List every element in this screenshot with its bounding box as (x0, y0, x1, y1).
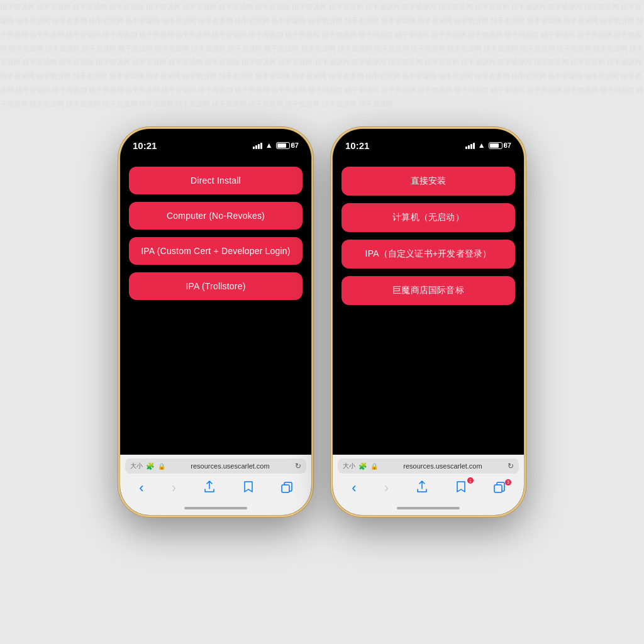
share-button-right[interactable] (411, 479, 433, 497)
nav-bar-right: ‹ › 1 (338, 477, 519, 499)
signal-icon-left (253, 142, 262, 149)
direct-install-button[interactable]: Direct Install (129, 167, 303, 194)
nav-bar-left: ‹ › (125, 477, 306, 499)
size-label-right: 大小 (343, 462, 355, 470)
wifi-icon-left: ▲ (265, 141, 273, 150)
puzzle-icon-left: 🧩 (146, 462, 155, 470)
ipa-zidingyi-button[interactable]: IPA（自定义证书+开发者登录） (341, 240, 515, 269)
tabs-button-right[interactable]: 3 (489, 480, 510, 496)
lock-icon-left: 🔒 (158, 463, 165, 470)
iphone-left: 10:21 ▲ 87 Direct Ins (118, 127, 313, 517)
notch-left (175, 129, 257, 147)
browser-bottom-left: 大小 🧩 🔒 resources.usescarlet.com ↻ ‹ › (120, 455, 311, 501)
url-text-left: resources.usescarlet.com (169, 462, 292, 470)
home-bar-right (397, 507, 460, 509)
reload-icon-right[interactable]: ↻ (508, 462, 514, 470)
signal-icon-right (465, 142, 475, 149)
time-left: 10:21 (133, 140, 157, 151)
computer-no-revokes-button[interactable]: Computer (No-Revokes) (129, 202, 303, 230)
share-button-left[interactable] (199, 479, 220, 497)
zhijie-anzhuang-button[interactable]: 直接安装 (341, 167, 515, 196)
lock-icon-right: 🔒 (370, 463, 378, 470)
url-text-right: resources.usescarlet.com (381, 462, 504, 470)
bookmarks-button-left[interactable] (238, 480, 258, 496)
status-icons-right: ▲ 87 (465, 141, 511, 150)
forward-button-left[interactable]: › (167, 479, 181, 497)
tabs-button-left[interactable] (276, 480, 297, 496)
iphone-right: 10:21 ▲ 87 直接安装 (331, 127, 526, 517)
time-right: 10:21 (345, 140, 369, 151)
forward-button-right[interactable]: › (379, 479, 394, 497)
home-indicator-left (120, 501, 311, 515)
notch-right (387, 129, 469, 147)
home-bar-left (184, 507, 247, 509)
battery-right: 87 (489, 142, 511, 149)
juma-button[interactable]: 巨魔商店国际音标 (341, 276, 515, 305)
ipa-trollstore-button[interactable]: IPA (Trollstore) (129, 272, 303, 300)
svg-rect-1 (494, 485, 502, 492)
size-label-left: 大小 (130, 462, 143, 470)
screen-content-left: Direct Install Computer (No-Revokes) IPA… (120, 157, 311, 455)
puzzle-icon-right: 🧩 (358, 462, 367, 470)
phones-wrapper: 10:21 ▲ 87 Direct Ins (118, 127, 526, 517)
bookmarks-button-right[interactable]: 1 (451, 480, 471, 496)
ipa-custom-cert-button[interactable]: IPA (Custom Cert + Developer Login) (129, 237, 303, 265)
svg-rect-0 (282, 485, 289, 492)
home-indicator-right (333, 501, 524, 515)
back-button-right[interactable]: ‹ (347, 479, 361, 497)
back-button-left[interactable]: ‹ (134, 479, 148, 497)
url-bar-left[interactable]: 大小 🧩 🔒 resources.usescarlet.com ↻ (125, 458, 306, 474)
wifi-icon-right: ▲ (478, 141, 486, 150)
jisuanji-button[interactable]: 计算机（无启动） (341, 203, 515, 232)
status-icons-left: ▲ 87 (253, 141, 299, 150)
battery-left: 87 (276, 142, 299, 149)
url-bar-right[interactable]: 大小 🧩 🔒 resources.usescarlet.com ↻ (338, 458, 519, 474)
screen-content-right: 直接安装 计算机（无启动） IPA（自定义证书+开发者登录） 巨魔商店国际音标 (333, 157, 524, 455)
reload-icon-left[interactable]: ↻ (295, 462, 301, 470)
browser-bottom-right: 大小 🧩 🔒 resources.usescarlet.com ↻ ‹ › (333, 455, 524, 501)
